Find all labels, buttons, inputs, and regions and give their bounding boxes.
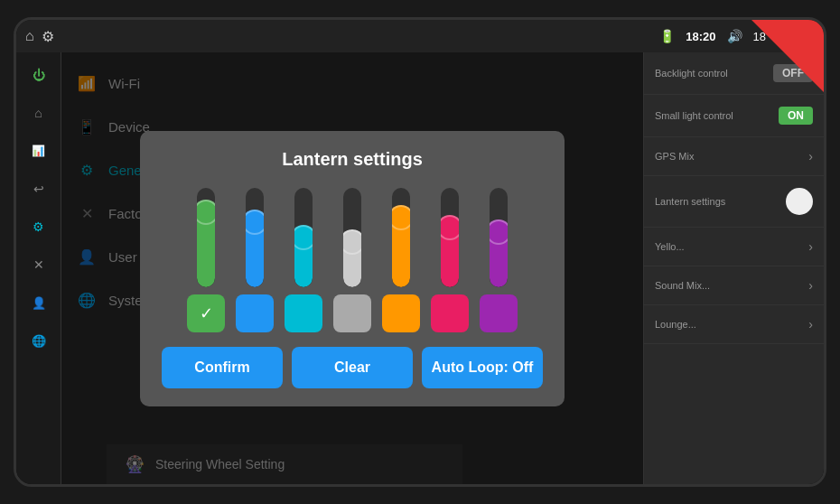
slider-thumb-blue[interactable] xyxy=(246,210,264,235)
main-area: ⏻ ⌂ 📊 ↩ ⚙ ✕ 👤 🌐 📶 Wi-Fi 📱 Device ⚙ xyxy=(16,52,824,484)
small-light-toggle[interactable]: ON xyxy=(779,107,813,125)
sidebar-item-tools[interactable]: ✕ xyxy=(25,251,52,278)
modal-box: Lantern settings ✓ xyxy=(140,131,565,406)
right-panel: Backlight control OFF Small light contro… xyxy=(643,52,824,484)
right-item-sound[interactable]: Sound Mix... › xyxy=(644,266,824,305)
buttons-row: Confirm Clear Auto Loop: Off xyxy=(162,347,543,388)
volume-icon: 🔊 xyxy=(727,29,742,43)
slider-col-orange xyxy=(382,188,420,332)
sidebar-item-back[interactable]: ↩ xyxy=(25,175,52,202)
home-icon-top[interactable]: ⌂ xyxy=(25,28,34,44)
lantern-label: Lantern settings xyxy=(655,196,725,207)
confirm-button[interactable]: Confirm xyxy=(162,347,283,388)
sidebar-item-system[interactable]: 🌐 xyxy=(25,327,52,354)
auto-loop-button[interactable]: Auto Loop: Off xyxy=(422,347,543,388)
settings-icon-top[interactable]: ⚙ xyxy=(42,28,54,45)
color-dot-purple[interactable] xyxy=(480,294,518,332)
slider-col-cyan xyxy=(285,188,322,332)
color-dot-pink[interactable] xyxy=(431,294,469,332)
slider-col-green: ✓ xyxy=(187,188,225,332)
sound-chevron: › xyxy=(808,278,813,293)
color-dot-green[interactable]: ✓ xyxy=(187,294,225,332)
lounge-label: Lounge... xyxy=(655,319,696,330)
color-dot-blue[interactable] xyxy=(236,294,274,332)
device-frame: REMOVE MIC RST ⌂ ⚙ 🔋 18:20 🔊 18 ⬜ ↩ ⏻ xyxy=(14,17,826,487)
sidebar-item-display[interactable]: 📊 xyxy=(25,137,52,164)
sound-label: Sound Mix... xyxy=(655,280,710,291)
remove-label: REMOVE xyxy=(799,17,826,39)
backlight-label: Backlight control xyxy=(655,68,728,79)
time-display: 18:20 xyxy=(686,30,715,43)
lounge-chevron: › xyxy=(808,317,813,331)
color-dot-cyan[interactable] xyxy=(285,294,322,332)
battery-icon: 🔋 xyxy=(659,29,675,43)
yellow-label: Yello... xyxy=(655,241,685,252)
round-knob[interactable] xyxy=(786,188,813,215)
sliders-container: ✓ xyxy=(162,188,543,332)
gps-label: GPS Mix xyxy=(655,151,694,162)
right-item-lounge[interactable]: Lounge... › xyxy=(644,305,824,344)
clear-button[interactable]: Clear xyxy=(292,347,413,388)
right-item-yellow[interactable]: Yello... › xyxy=(644,228,824,266)
slider-track-pink[interactable] xyxy=(441,188,459,287)
slider-thumb-purple[interactable] xyxy=(490,219,508,245)
color-dot-white[interactable] xyxy=(333,294,371,332)
color-dot-orange[interactable] xyxy=(382,294,420,332)
sidebar-item-user[interactable]: 👤 xyxy=(25,289,52,316)
small-light-label: Small light control xyxy=(655,110,733,121)
slider-thumb-green[interactable] xyxy=(197,200,215,225)
slider-thumb-pink[interactable] xyxy=(441,215,459,240)
slider-track-green[interactable] xyxy=(197,188,215,287)
right-item-gps[interactable]: GPS Mix › xyxy=(644,137,824,176)
right-item-small-light: Small light control ON xyxy=(644,95,824,137)
slider-thumb-orange[interactable] xyxy=(392,205,410,230)
slider-col-purple xyxy=(480,188,518,332)
sidebar-item-home[interactable]: ⌂ xyxy=(25,99,52,126)
slider-track-cyan[interactable] xyxy=(294,188,313,287)
slider-col-white xyxy=(333,188,371,332)
sidebar-item-power[interactable]: ⏻ xyxy=(25,61,52,89)
content-area: 📶 Wi-Fi 📱 Device ⚙ Gene... ✕ Factory 👤 xyxy=(61,52,643,484)
status-bar: ⌂ ⚙ 🔋 18:20 🔊 18 ⬜ ↩ xyxy=(16,20,824,52)
slider-track-blue[interactable] xyxy=(246,188,264,287)
slider-thumb-white[interactable] xyxy=(343,229,361,255)
modal-overlay: Lantern settings ✓ xyxy=(61,52,643,484)
status-left: ⌂ ⚙ xyxy=(25,28,54,45)
left-sidebar: ⏻ ⌂ 📊 ↩ ⚙ ✕ 👤 🌐 xyxy=(16,52,61,484)
slider-col-pink xyxy=(431,188,469,332)
modal-title: Lantern settings xyxy=(162,149,543,170)
right-item-lantern[interactable]: Lantern settings xyxy=(644,176,824,228)
gps-chevron: › xyxy=(808,149,813,163)
slider-thumb-cyan[interactable] xyxy=(294,225,313,250)
slider-col-blue xyxy=(236,188,274,332)
slider-track-orange[interactable] xyxy=(392,188,410,287)
yellow-chevron: › xyxy=(808,239,813,254)
slider-track-purple[interactable] xyxy=(490,188,508,287)
slider-track-white[interactable] xyxy=(343,188,361,287)
sidebar-item-settings[interactable]: ⚙ xyxy=(25,213,52,240)
